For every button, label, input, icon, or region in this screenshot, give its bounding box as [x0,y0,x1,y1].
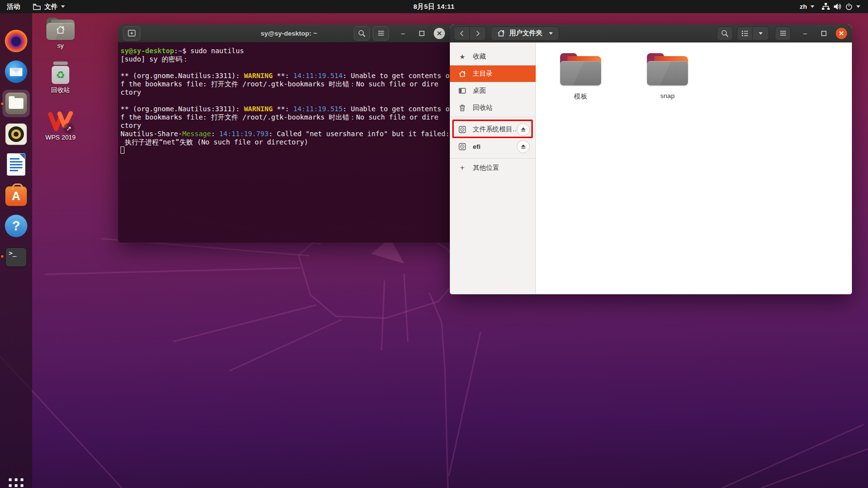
system-menu[interactable] [822,0,860,13]
folder-icon [33,3,41,10]
dock-help[interactable]: ? [0,215,32,237]
home-icon [458,71,466,77]
dock-rhythmbox[interactable] [0,123,32,145]
sidebar-item-label: 回收站 [473,103,493,112]
dock-terminal[interactable]: >_ [0,246,32,267]
disk-icon [458,143,466,150]
maximize-button[interactable] [415,31,428,36]
folder-icon [560,53,601,85]
wps-icon: ↗ [48,111,73,132]
sidebar-item-home[interactable]: 主目录 [450,65,536,82]
desktop-icon-label: WPS 2019 [45,134,76,141]
input-source-label: zh [800,3,807,10]
nautilus-titlebar: 用户文件夹 – ✕ [450,24,852,42]
sidebar-item-label: 其他位置 [473,163,499,172]
terminal-cursor [121,146,124,154]
desktop-icon-trash[interactable]: ♻ 回收站 [37,61,84,95]
clock[interactable]: 8月5日 14:11 [0,2,868,11]
view-list-button[interactable] [737,26,753,41]
close-button[interactable]: ✕ [836,28,847,39]
star-icon: ★ [458,53,466,61]
minimize-button[interactable]: – [397,29,409,37]
path-bar-button[interactable]: 用户文件夹 [491,26,559,41]
sidebar-item-trash[interactable]: 回收站 [450,100,536,116]
volume-icon [833,3,842,10]
sidebar-item-filesystem-root[interactable]: 文件系统根目… [450,121,536,138]
search-button[interactable] [717,26,733,41]
trash-icon [458,104,466,111]
app-menu-button[interactable]: 文件 [33,0,65,13]
top-bar: 活动 文件 8月5日 14:11 zh [0,0,868,13]
help-icon: ? [5,215,27,237]
path-label: 用户文件夹 [509,29,543,38]
sidebar-item-label: efi [473,143,481,150]
back-button[interactable] [454,26,470,41]
sidebar-item-other-locations[interactable]: + 其他位置 [450,160,536,176]
trash-icon: ♻ [50,61,71,84]
running-indicator [1,102,3,105]
running-indicator [1,255,3,258]
dock-thunderbird[interactable] [0,61,32,83]
dock-ubuntu-software[interactable]: A [0,184,32,206]
chevron-down-icon [759,32,763,35]
desktop-icon-label: sy [58,42,64,49]
terminal-titlebar: sy@sy-desktop: ~ – ✕ [118,24,460,42]
files-icon [5,93,27,114]
home-icon [497,30,505,37]
activities-button[interactable]: 活动 [7,0,20,13]
firefox-icon [5,30,27,52]
libreoffice-writer-icon [7,153,25,176]
file-item-label: 模板 [574,92,587,101]
power-icon [845,3,853,11]
rhythmbox-icon [5,123,27,145]
desktop-icon-wps[interactable]: ↗ WPS 2019 [37,111,84,141]
new-tab-button[interactable] [123,26,141,41]
chevron-down-icon [61,5,65,8]
sidebar-item-efi[interactable]: efi [450,138,536,155]
desktop-icon [458,88,466,94]
dock-firefox[interactable] [0,30,32,52]
forward-button[interactable] [470,26,486,41]
sidebar-item-desktop[interactable]: 桌面 [450,82,536,99]
desktop-icon-label: 回收站 [51,86,70,95]
show-applications-button[interactable] [0,478,32,488]
show-applications-icon [9,478,23,488]
file-item-snap[interactable]: snap [638,53,697,100]
sidebar-separator [450,117,536,117]
minimize-button[interactable]: – [799,29,811,37]
file-item-templates[interactable]: 模板 [551,53,610,101]
dock-libreoffice-writer[interactable] [0,153,32,176]
app-menu-label: 文件 [44,2,58,11]
view-options-dropdown[interactable] [753,26,769,41]
ubuntu-software-icon: A [5,186,27,206]
menu-button[interactable] [775,26,791,41]
terminal-content[interactable]: sy@sy-desktop:~$ sudo nautilus[sudo] sy … [118,42,460,243]
sidebar-separator [450,158,536,159]
desktop-icon-home[interactable]: sy [37,18,84,49]
eject-button[interactable] [517,140,530,153]
sidebar-item-starred[interactable]: ★ 收藏 [450,48,536,65]
plus-icon: + [458,163,466,172]
dock-files[interactable] [0,93,32,114]
chevron-down-icon [549,32,553,35]
activities-label: 活动 [7,2,20,11]
eject-button[interactable] [517,123,530,136]
folder-icon [647,53,688,85]
menu-button[interactable] [373,26,389,41]
input-source-switcher[interactable]: zh [800,0,814,13]
file-manager-window: 用户文件夹 – ✕ [450,24,852,294]
close-button[interactable]: ✕ [434,28,445,39]
maximize-button[interactable] [817,31,830,36]
network-icon [822,3,830,10]
terminal-icon: >_ [5,247,27,267]
chevron-down-icon [856,5,860,8]
sidebar: ★ 收藏 主目录 桌面 回收站 [450,42,536,294]
thunderbird-icon [5,61,27,83]
file-view[interactable]: 模板 snap [536,42,852,294]
shortcut-arrow-icon: ↗ [63,123,74,134]
disk-icon [458,126,466,133]
search-button[interactable] [354,26,370,41]
home-folder-icon [46,18,75,40]
file-item-label: snap [660,92,674,100]
dock: A ? >_ [0,13,32,488]
